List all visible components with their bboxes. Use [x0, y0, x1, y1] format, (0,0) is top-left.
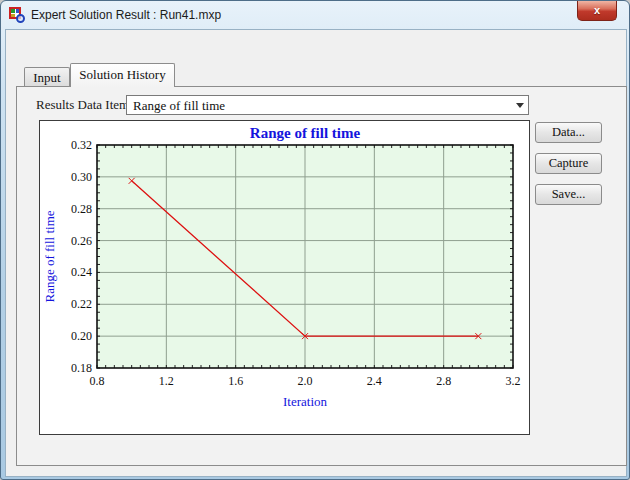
svg-text:Iteration: Iteration: [283, 394, 328, 409]
svg-text:0.20: 0.20: [71, 329, 92, 343]
svg-text:1.6: 1.6: [228, 374, 243, 388]
svg-text:0.22: 0.22: [71, 297, 92, 311]
svg-text:0.8: 0.8: [90, 374, 105, 388]
dialog-body: Input Solution History Results Data Item…: [5, 29, 627, 477]
svg-text:0.26: 0.26: [71, 234, 92, 248]
svg-text:1.2: 1.2: [159, 374, 174, 388]
tab-input[interactable]: Input: [24, 67, 70, 86]
svg-text:3.2: 3.2: [506, 374, 521, 388]
data-button[interactable]: Data...: [535, 122, 602, 143]
chevron-down-icon[interactable]: [516, 103, 524, 108]
svg-text:0.18: 0.18: [71, 361, 92, 375]
results-data-item-dropdown[interactable]: Range of fill time: [126, 95, 529, 115]
dropdown-selected-value: Range of fill time: [133, 98, 225, 114]
save-button[interactable]: Save...: [535, 184, 602, 205]
title-bar[interactable]: Expert Solution Result : Run41.mxp x: [1, 1, 629, 29]
expert-solution-result-window: Expert Solution Result : Run41.mxp x Inp…: [0, 0, 630, 480]
window-close-icon[interactable]: x: [577, 1, 617, 21]
svg-text:0.24: 0.24: [71, 265, 92, 279]
solution-history-chart: 0.81.21.62.02.42.83.20.180.200.220.240.2…: [40, 121, 529, 434]
chart-panel: 0.81.21.62.02.42.83.20.180.200.220.240.2…: [39, 120, 530, 435]
svg-text:Range of fill time: Range of fill time: [250, 125, 361, 141]
tab-solution-history[interactable]: Solution History: [70, 63, 175, 87]
svg-text:0.32: 0.32: [71, 138, 92, 152]
svg-text:2.4: 2.4: [367, 374, 382, 388]
magnifier-icon: [16, 14, 25, 23]
svg-text:0.30: 0.30: [71, 170, 92, 184]
svg-text:2.8: 2.8: [436, 374, 451, 388]
capture-button[interactable]: Capture: [535, 153, 602, 174]
app-icon: [9, 7, 25, 23]
svg-text:Range of fill time: Range of fill time: [42, 210, 57, 302]
svg-text:0.28: 0.28: [71, 202, 92, 216]
svg-text:2.0: 2.0: [298, 374, 313, 388]
window-title: Expert Solution Result : Run41.mxp: [31, 8, 221, 22]
results-data-item-label: Results Data Item :: [36, 97, 136, 113]
